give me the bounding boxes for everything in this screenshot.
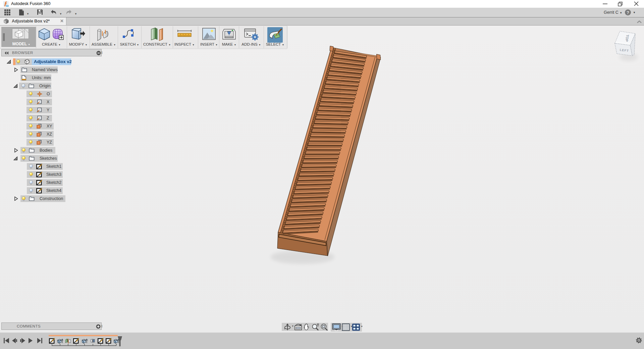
svg-text:?: ? — [627, 10, 629, 15]
svg-text:360: 360 — [6, 5, 9, 7]
svg-text:▼: ▼ — [633, 11, 636, 14]
